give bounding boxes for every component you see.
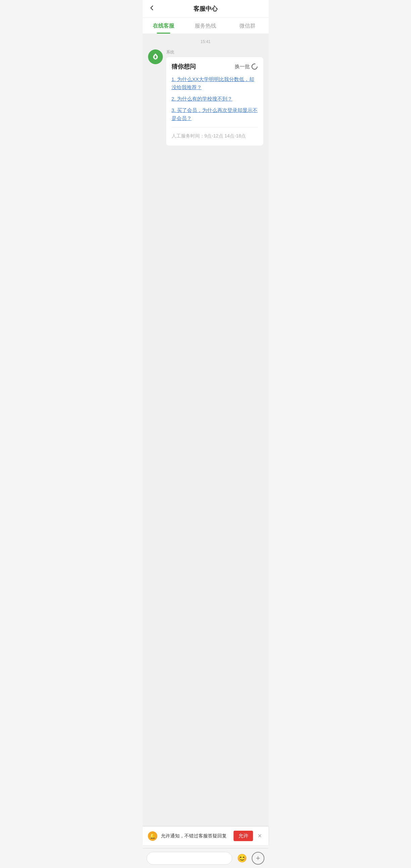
faq-link-1[interactable]: 1. 为什么XX大学明明比我分数低，却没给我推荐？	[172, 75, 258, 91]
bubble-title: 猜你想问	[172, 63, 196, 71]
emoji-button[interactable]: 😊	[236, 852, 248, 865]
tab-wechat-group[interactable]: 微信群	[227, 18, 269, 34]
allow-notification-button[interactable]: 允许	[234, 831, 253, 841]
faq-link-2[interactable]: 2. 为什么有的学校搜不到？	[172, 95, 258, 103]
notification-text: 允许通知，不错过客服答疑回复	[161, 833, 230, 839]
message-input[interactable]	[147, 852, 232, 865]
svg-point-1	[252, 64, 257, 69]
tab-hotline[interactable]: 服务热线	[185, 18, 227, 34]
service-time: 人工服务时间：9点-12点 14点-18点	[172, 132, 258, 140]
bubble-divider	[172, 127, 258, 127]
message-bubble: 猜你想问 换一批 1. 为什么XX大学明明比我分数低，却没给我推荐？ 2. 为什…	[166, 57, 263, 146]
bubble-title-row: 猜你想问 换一批	[172, 63, 258, 71]
faq-link-3[interactable]: 3. 买了会员，为什么再次登录却显示不是会员？	[172, 106, 258, 122]
tab-online-service[interactable]: 在线客服	[143, 18, 185, 34]
tabs-bar: 在线客服 服务热线 微信群	[143, 18, 269, 34]
notification-bell-icon: 🔔	[148, 831, 158, 841]
sender-name: 系统	[166, 50, 263, 55]
chat-area: 15:41 系统 猜你想问 换一批	[143, 34, 269, 841]
notification-banner: 🔔 允许通知，不错过客服答疑回复 允许 ×	[143, 827, 269, 845]
page-title: 客服中心	[194, 5, 217, 13]
close-notification-button[interactable]: ×	[256, 832, 263, 840]
header: 客服中心	[143, 0, 269, 18]
add-button[interactable]: +	[252, 852, 265, 865]
avatar	[148, 50, 163, 64]
refresh-button[interactable]: 换一批	[235, 63, 258, 70]
message-content: 系统 猜你想问 换一批 1. 为什么XX大学明明比我分数低，却没给我推荐？ 2.…	[166, 50, 263, 146]
message-row: 系统 猜你想问 换一批 1. 为什么XX大学明明比我分数低，却没给我推荐？ 2.…	[148, 50, 263, 146]
message-timestamp: 15:41	[148, 39, 263, 44]
back-button[interactable]	[148, 4, 156, 13]
refresh-icon	[251, 63, 258, 70]
input-area: 😊 +	[143, 848, 269, 868]
